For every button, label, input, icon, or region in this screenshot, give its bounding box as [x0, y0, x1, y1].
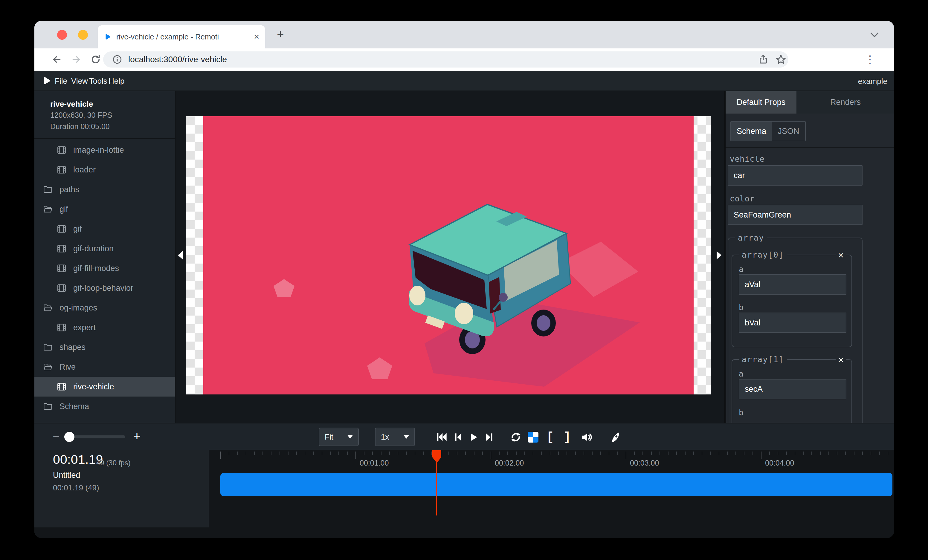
- fit-dropdown-value: Fit: [325, 432, 333, 442]
- sidebar-item-gif-duration[interactable]: gif-duration: [34, 239, 175, 259]
- ruler-label: 00:03.00: [630, 459, 659, 467]
- project-name: example: [858, 77, 887, 86]
- browser-menu-icon[interactable]: ⋮: [862, 52, 878, 67]
- sidebar-item-label: og-images: [60, 303, 97, 313]
- array-0-a-input[interactable]: aVal: [739, 274, 846, 295]
- zoom-slider[interactable]: [68, 435, 125, 438]
- van-illustration: [203, 116, 694, 394]
- sidebar-item-loader[interactable]: loader: [34, 160, 175, 180]
- menu-help[interactable]: Help: [108, 76, 124, 86]
- sidebar-item-gif-fill-modes[interactable]: gif-fill-modes: [34, 259, 175, 278]
- previous-frame-icon[interactable]: [451, 430, 465, 444]
- volume-icon[interactable]: [580, 430, 594, 444]
- film-icon: [56, 145, 67, 155]
- tab-search-chevron-icon[interactable]: [870, 32, 879, 38]
- playhead-pin[interactable]: [432, 450, 441, 463]
- field-label-vehicle: vehicle: [730, 155, 765, 163]
- close-window-button[interactable]: [57, 30, 67, 40]
- timeline-ruler[interactable]: [220, 452, 894, 459]
- sidebar-folder-gif[interactable]: gif: [34, 199, 175, 219]
- toggle-json[interactable]: JSON: [772, 122, 805, 141]
- playhead-line: [436, 462, 437, 516]
- remotion-logo-icon: [41, 76, 52, 86]
- address-bar: localhost:3000/rive-vehicle ⋮: [34, 49, 894, 71]
- sidebar-folder-og-images[interactable]: og-images: [34, 298, 175, 318]
- timeline-info: 00:01.19 49 (30 fps) Untitled 00:01.19 (…: [34, 450, 209, 527]
- speed-dropdown[interactable]: 1x: [375, 428, 415, 446]
- zoom-in-button[interactable]: +: [130, 429, 144, 444]
- field-label-color: color: [730, 194, 755, 203]
- tab-renders[interactable]: Renders: [797, 91, 894, 114]
- array-1-fieldset: array[1] × a secA b: [731, 359, 852, 423]
- menu-tools[interactable]: Tools: [89, 76, 107, 86]
- sidebar-item-label: loader: [73, 165, 96, 175]
- remove-array-1-icon[interactable]: ×: [836, 355, 846, 365]
- new-tab-button[interactable]: +: [273, 27, 287, 41]
- collapse-right-panel-icon[interactable]: [717, 251, 721, 259]
- out-bracket-glyph: ]: [563, 431, 571, 444]
- chevron-down-icon: [347, 435, 353, 439]
- sidebar-item-expert[interactable]: expert: [34, 318, 175, 337]
- vehicle-input[interactable]: car: [728, 165, 862, 186]
- color-input[interactable]: SeaFoamGreen: [728, 205, 862, 225]
- bookmark-star-icon[interactable]: [775, 54, 787, 65]
- fit-dropdown[interactable]: Fit: [319, 428, 359, 446]
- share-icon[interactable]: [758, 54, 769, 65]
- track-duration: 00:01.19 (49): [53, 483, 99, 493]
- reload-icon[interactable]: [88, 52, 103, 67]
- sidebar-folder-shapes[interactable]: shapes: [34, 337, 175, 357]
- sidebar-item-rive-vehicle[interactable]: rive-vehicle: [34, 377, 175, 397]
- track-name: Untitled: [53, 471, 81, 480]
- props-panel: Default Props Renders Schema JSON vehicl…: [725, 91, 894, 423]
- sidebar-folder-paths[interactable]: paths: [34, 180, 175, 199]
- transparency-checker-toggle-icon[interactable]: [526, 430, 540, 444]
- sidebar-folder-rive[interactable]: Rive: [34, 357, 175, 377]
- jump-to-start-icon[interactable]: [434, 430, 449, 444]
- folder-open-icon: [43, 362, 53, 372]
- zoom-slider-knob[interactable]: [64, 432, 75, 442]
- folder-closed-icon: [43, 401, 53, 411]
- url-input[interactable]: localhost:3000/rive-vehicle: [103, 52, 788, 67]
- back-icon[interactable]: [49, 52, 64, 67]
- timeline-track[interactable]: [220, 473, 893, 496]
- url-text: localhost:3000/rive-vehicle: [128, 55, 227, 64]
- out-point-icon[interactable]: ]: [560, 430, 574, 444]
- array-1-a-input[interactable]: secA: [739, 379, 846, 399]
- loop-icon[interactable]: [508, 430, 523, 444]
- collapse-left-panel-icon[interactable]: [178, 251, 183, 259]
- array-0-b-input[interactable]: bVal: [739, 313, 846, 333]
- sidebar-item-image-in-lottie[interactable]: image-in-lottie: [34, 140, 175, 160]
- rive-vehicle-preview: [203, 116, 694, 394]
- tab-default-props[interactable]: Default Props: [726, 91, 797, 114]
- menu-file[interactable]: File: [55, 76, 67, 86]
- forward-icon[interactable]: [69, 52, 84, 67]
- tab-close-icon[interactable]: ×: [254, 32, 259, 41]
- play-icon[interactable]: [466, 430, 481, 444]
- in-bracket-glyph: [: [546, 431, 554, 444]
- timeline-area[interactable]: 00:01.19 49 (30 fps) Untitled 00:01.19 (…: [34, 450, 894, 538]
- sidebar-item-gif-loop-behavior[interactable]: gif-loop-behavior: [34, 278, 175, 298]
- film-icon: [56, 283, 67, 293]
- site-info-icon[interactable]: [112, 55, 122, 65]
- ruler-label: 00:04.00: [765, 459, 794, 467]
- next-frame-icon[interactable]: [482, 430, 497, 444]
- browser-tab[interactable]: rive-vehicle / example - Remoti ×: [98, 25, 265, 49]
- render-rocket-icon[interactable]: [609, 430, 623, 444]
- composition-meta: 1200x630, 30 FPS: [50, 111, 112, 120]
- in-point-icon[interactable]: [: [543, 430, 557, 444]
- sidebar-item-label: shapes: [60, 343, 85, 352]
- toggle-schema[interactable]: Schema: [731, 122, 772, 141]
- film-icon: [56, 263, 67, 274]
- film-icon: [56, 165, 67, 175]
- ruler-label: 00:01.00: [360, 459, 389, 467]
- film-icon: [56, 243, 67, 254]
- zoom-out-button[interactable]: −: [49, 429, 64, 444]
- folder-open-icon: [43, 303, 53, 313]
- sidebar-item-gif[interactable]: gif: [34, 219, 175, 239]
- menu-view[interactable]: View: [71, 76, 88, 86]
- sidebar-folder-schema[interactable]: Schema: [34, 397, 175, 416]
- array-legend: array: [735, 233, 767, 242]
- remove-array-0-icon[interactable]: ×: [836, 250, 846, 260]
- minimize-window-button[interactable]: [78, 30, 88, 40]
- browser-window: rive-vehicle / example - Remoti × + loca…: [34, 21, 894, 538]
